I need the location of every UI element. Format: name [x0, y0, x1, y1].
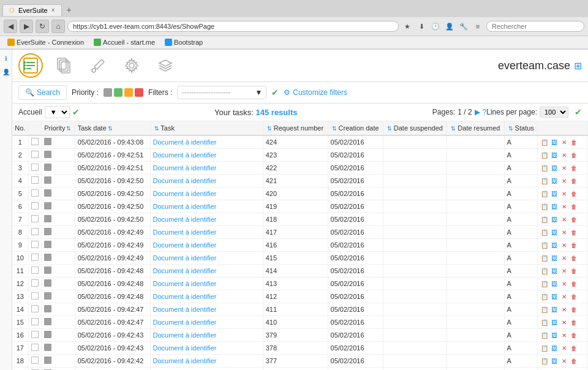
action-delete-icon[interactable]: 🗑: [570, 305, 578, 314]
action-cancel-icon[interactable]: ✕: [560, 344, 568, 352]
menu-icon[interactable]: ≡: [472, 20, 484, 32]
action-image-icon[interactable]: 🖼: [550, 331, 559, 339]
filter-apply-icon[interactable]: ✔: [271, 88, 279, 97]
action-cancel-icon[interactable]: ✕: [560, 176, 568, 185]
action-view-icon[interactable]: 📋: [540, 292, 549, 301]
cell-checkbox[interactable]: [28, 162, 41, 175]
breadcrumb-select[interactable]: ▼: [45, 106, 70, 118]
action-view-icon[interactable]: 📋: [540, 254, 549, 262]
action-delete-icon[interactable]: 🗑: [570, 318, 578, 327]
action-delete-icon[interactable]: 🗑: [570, 215, 578, 224]
task-link[interactable]: Document à identifier: [153, 331, 217, 339]
action-cancel-icon[interactable]: ✕: [560, 305, 568, 314]
toolbar-tasks-button[interactable]: [18, 53, 43, 78]
user-icon[interactable]: 👤: [443, 20, 456, 32]
action-image-icon[interactable]: 🖼: [550, 176, 559, 185]
action-delete-icon[interactable]: 🗑: [570, 266, 578, 275]
task-link[interactable]: Document à identifier: [153, 190, 217, 197]
action-cancel-icon[interactable]: ✕: [560, 151, 568, 159]
action-delete-icon[interactable]: 🗑: [570, 254, 578, 262]
row-checkbox[interactable]: [31, 266, 39, 274]
tab-close-button[interactable]: ×: [51, 7, 55, 13]
cell-checkbox[interactable]: [28, 187, 41, 200]
priority-urgent-dot[interactable]: [135, 88, 143, 97]
cell-checkbox[interactable]: [28, 278, 41, 290]
task-link[interactable]: Document à identifier: [153, 254, 217, 262]
task-link[interactable]: Document à identifier: [153, 306, 217, 313]
action-view-icon[interactable]: 📋: [540, 228, 549, 236]
action-cancel-icon[interactable]: ✕: [560, 292, 568, 301]
task-link[interactable]: Document à identifier: [153, 280, 217, 287]
action-delete-icon[interactable]: 🗑: [570, 176, 578, 185]
action-view-icon[interactable]: 📋: [540, 357, 549, 365]
row-checkbox[interactable]: [31, 292, 39, 300]
action-cancel-icon[interactable]: ✕: [560, 202, 568, 211]
toolbar-layers-button[interactable]: [153, 53, 178, 78]
history-icon[interactable]: 🕐: [429, 20, 442, 32]
action-cancel-icon[interactable]: ✕: [560, 266, 568, 275]
col-header-taskdate[interactable]: Task date⇅: [75, 121, 150, 135]
approve-all-icon[interactable]: ✔: [575, 107, 582, 117]
row-checkbox[interactable]: [31, 279, 39, 287]
action-view-icon[interactable]: 📋: [540, 331, 549, 339]
filters-select-input[interactable]: [181, 88, 255, 97]
bookmark-accueil[interactable]: Accueil - start.me: [90, 37, 159, 47]
toolbar-documents-button[interactable]: [52, 53, 77, 78]
action-image-icon[interactable]: 🖼: [550, 305, 559, 314]
action-delete-icon[interactable]: 🗑: [570, 279, 578, 288]
row-checkbox[interactable]: [31, 189, 39, 197]
action-delete-icon[interactable]: 🗑: [570, 331, 578, 339]
url-input[interactable]: [67, 21, 399, 32]
cell-checkbox[interactable]: [28, 135, 41, 149]
task-link[interactable]: Document à identifier: [153, 319, 217, 326]
row-checkbox[interactable]: [31, 202, 39, 210]
cell-checkbox[interactable]: [28, 200, 41, 213]
col-header-status[interactable]: ⇅ Status: [504, 121, 538, 135]
row-checkbox[interactable]: [31, 254, 39, 261]
sidebar-icon-info[interactable]: ℹ: [1, 53, 11, 63]
new-tab-button[interactable]: +: [62, 3, 77, 17]
col-header-dateresumed[interactable]: ⇅ Date resumed: [447, 121, 504, 135]
action-image-icon[interactable]: 🖼: [550, 241, 559, 249]
col-header-task[interactable]: ⇅ Task: [150, 121, 263, 135]
forward-button[interactable]: ▶: [20, 20, 33, 33]
cell-checkbox[interactable]: [28, 342, 41, 355]
back-button[interactable]: ◀: [4, 20, 17, 33]
action-cancel-icon[interactable]: ✕: [560, 318, 568, 327]
task-link[interactable]: Document à identifier: [153, 216, 217, 223]
breadcrumb-approve-icon[interactable]: ✔: [72, 107, 80, 117]
action-image-icon[interactable]: 🖼: [550, 357, 559, 365]
row-checkbox[interactable]: [31, 331, 39, 338]
browser-search-input[interactable]: [486, 21, 584, 32]
cell-checkbox[interactable]: [28, 213, 41, 226]
cell-checkbox[interactable]: [28, 252, 41, 265]
action-delete-icon[interactable]: 🗑: [570, 344, 578, 352]
row-checkbox[interactable]: [31, 215, 39, 222]
action-delete-icon[interactable]: 🗑: [570, 189, 578, 198]
action-image-icon[interactable]: 🖼: [550, 266, 559, 275]
action-image-icon[interactable]: 🖼: [550, 164, 559, 172]
task-link[interactable]: Document à identifier: [153, 138, 217, 146]
action-view-icon[interactable]: 📋: [540, 241, 549, 249]
col-header-datesuspended[interactable]: ⇅ Date suspended: [383, 121, 447, 135]
task-link[interactable]: Document à identifier: [153, 344, 217, 352]
action-image-icon[interactable]: 🖼: [550, 318, 559, 327]
col-header-reqnum[interactable]: ⇅ Request number: [263, 121, 328, 135]
action-image-icon[interactable]: 🖼: [550, 344, 559, 352]
cell-checkbox[interactable]: [28, 329, 41, 342]
home-button[interactable]: ⌂: [51, 20, 65, 33]
priority-normal-dot[interactable]: [114, 88, 123, 97]
action-view-icon[interactable]: 📋: [540, 266, 549, 275]
row-checkbox[interactable]: [31, 344, 39, 351]
bookmark-eversuite[interactable]: EverSuite - Connexion: [4, 37, 88, 47]
action-view-icon[interactable]: 📋: [540, 189, 549, 198]
action-image-icon[interactable]: 🖼: [550, 189, 559, 198]
action-image-icon[interactable]: 🖼: [550, 279, 559, 288]
row-checkbox[interactable]: [31, 176, 39, 184]
task-link[interactable]: Document à identifier: [153, 293, 217, 300]
action-image-icon[interactable]: 🖼: [550, 228, 559, 236]
action-cancel-icon[interactable]: ✕: [560, 331, 568, 339]
action-delete-icon[interactable]: 🗑: [570, 202, 578, 211]
row-checkbox[interactable]: [31, 164, 39, 171]
action-image-icon[interactable]: 🖼: [550, 215, 559, 224]
